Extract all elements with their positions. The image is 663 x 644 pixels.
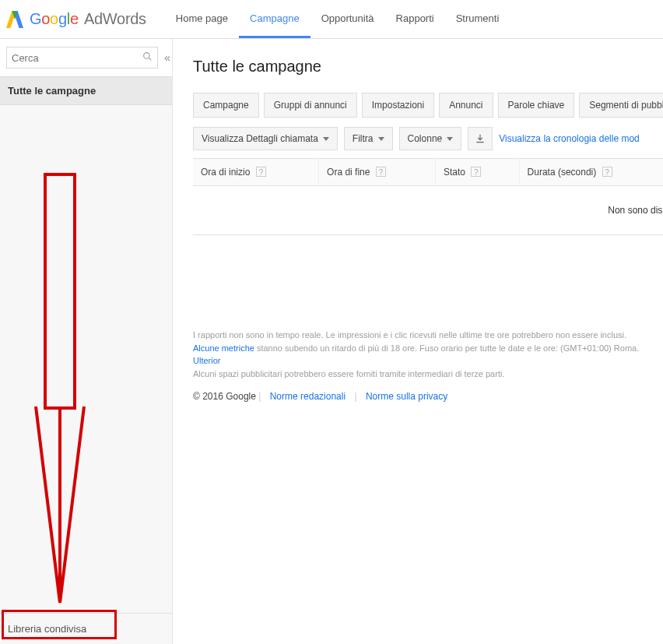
collapse-sidebar-button[interactable]: « xyxy=(164,51,170,64)
download-icon xyxy=(475,133,486,144)
col-end-time[interactable]: Ora di fine ? xyxy=(319,159,436,186)
toolbar: Visualizza Dettagli chiamata Filtra Colo… xyxy=(193,127,663,150)
download-button[interactable] xyxy=(468,127,493,150)
separator: | xyxy=(258,391,263,402)
search-row: « xyxy=(0,39,172,76)
call-details-table: Ora di inizio ? Ora di fine ? Stato ? Du… xyxy=(193,158,663,235)
sidebar-item-shared-library[interactable]: Libreria condivisa xyxy=(0,613,172,644)
footnote-line2-rest: stanno subendo un ritardo di più di 18 o… xyxy=(254,343,639,353)
nav-opportunities[interactable]: Opportunità xyxy=(310,0,385,38)
footnote-line1: I rapporti non sono in tempo reale. Le i… xyxy=(193,329,663,342)
tab-settings[interactable]: Impostazioni xyxy=(362,93,434,118)
search-box[interactable] xyxy=(6,47,158,69)
chevron-down-icon xyxy=(323,137,329,141)
columns-button[interactable]: Colonne xyxy=(399,127,462,150)
more-link[interactable]: Ulterior xyxy=(193,356,220,365)
view-history-link[interactable]: Visualizza la cronologia delle mod xyxy=(499,133,640,144)
editorial-link[interactable]: Norme redazionali xyxy=(270,391,346,402)
nav-tools[interactable]: Strumenti xyxy=(445,0,510,38)
col-end-label: Ora di fine xyxy=(327,167,370,178)
footer: © 2016 Google | Norme redazionali | Norm… xyxy=(193,391,663,402)
col-start-time[interactable]: Ora di inizio ? xyxy=(193,159,319,186)
footnote-line3: Alcuni spazi pubblicitari potrebbero ess… xyxy=(193,368,663,381)
tab-adgroups[interactable]: Gruppi di annunci xyxy=(264,93,357,118)
adwords-logo-icon xyxy=(6,9,23,30)
col-start-label: Ora di inizio xyxy=(201,167,250,178)
nav-home[interactable]: Home page xyxy=(165,0,239,38)
top-nav: Home page Campagne Opportunità Rapporti … xyxy=(165,0,510,38)
col-state[interactable]: Stato ? xyxy=(436,159,520,186)
help-icon[interactable]: ? xyxy=(256,167,266,177)
tab-ads[interactable]: Annunci xyxy=(439,93,493,118)
page-title: Tutte le campagne xyxy=(193,58,663,76)
sidebar-spacer xyxy=(0,105,172,613)
tab-keywords[interactable]: Parole chiave xyxy=(498,93,575,118)
svg-point-3 xyxy=(144,53,150,59)
chevron-down-icon xyxy=(447,137,453,141)
columns-label: Colonne xyxy=(408,133,443,144)
tab-campaigns[interactable]: Campagne xyxy=(193,93,259,118)
chevron-down-icon xyxy=(378,137,384,141)
empty-message: Non sono disp xyxy=(193,186,663,235)
search-input[interactable] xyxy=(12,52,142,64)
view-call-details-label: Visualizza Dettagli chiamata xyxy=(202,133,318,144)
main: Tutte le campagne Campagne Gruppi di ann… xyxy=(173,39,663,644)
privacy-link[interactable]: Norme sulla privacy xyxy=(366,391,447,402)
logo: Google AdWords xyxy=(6,9,146,30)
nav-campaigns[interactable]: Campagne xyxy=(239,0,310,38)
help-icon[interactable]: ? xyxy=(602,167,612,177)
copyright: © 2016 Google xyxy=(193,391,256,402)
google-wordmark: Google AdWords xyxy=(30,10,146,28)
svg-line-4 xyxy=(149,58,151,60)
container: « Tutte le campagne Libreria condivisa T… xyxy=(0,39,663,644)
metrics-link[interactable]: Alcune metriche xyxy=(193,343,254,353)
footnote-line2: Alcune metriche stanno subendo un ritard… xyxy=(193,342,663,368)
filter-button[interactable]: Filtra xyxy=(344,127,393,150)
header: Google AdWords Home page Campagne Opport… xyxy=(0,0,663,39)
table-empty-row: Non sono disp xyxy=(193,186,663,235)
product-name: AdWords xyxy=(84,10,146,27)
nav-reports[interactable]: Rapporti xyxy=(385,0,445,38)
col-state-label: Stato xyxy=(444,167,465,178)
view-call-details-button[interactable]: Visualizza Dettagli chiamata xyxy=(193,127,338,150)
filter-label: Filtra xyxy=(353,133,374,144)
help-icon[interactable]: ? xyxy=(471,167,481,177)
col-duration-label: Durata (secondi) xyxy=(528,167,597,178)
sidebar: « Tutte le campagne Libreria condivisa xyxy=(0,39,173,644)
footnotes: I rapporti non sono in tempo reale. Le i… xyxy=(193,329,663,380)
sidebar-item-all-campaigns[interactable]: Tutte le campagne xyxy=(0,76,172,105)
search-icon xyxy=(142,51,153,64)
col-duration[interactable]: Durata (secondi) ? xyxy=(519,159,663,186)
sub-tabs: Campagne Gruppi di annunci Impostazioni … xyxy=(193,93,663,118)
tab-audiences[interactable]: Segmenti di pubblico xyxy=(579,93,663,118)
separator: | xyxy=(354,391,359,402)
help-icon[interactable]: ? xyxy=(376,167,386,177)
